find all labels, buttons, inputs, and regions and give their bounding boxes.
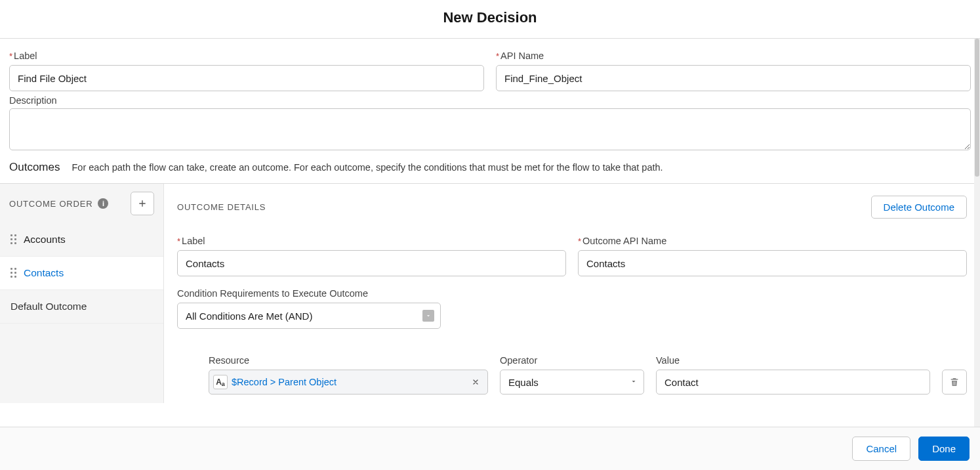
api-name-input[interactable] [496,65,971,91]
resource-label: Resource [209,355,488,366]
outcome-label-input[interactable] [177,250,566,276]
resource-input[interactable]: Aa $Record > Parent Object [209,370,488,395]
outcome-label-field-label: Label [177,236,566,246]
sidebar-item-label: Accounts [24,234,66,246]
add-outcome-button[interactable] [131,192,154,215]
outcome-details-heading: OUTCOME DETAILS [177,202,266,212]
delete-condition-button[interactable] [942,370,967,395]
info-icon[interactable]: i [98,198,108,209]
outcome-details-panel: OUTCOME DETAILS Delete Outcome Label Out… [164,184,980,403]
delete-outcome-button[interactable]: Delete Outcome [871,196,967,219]
resource-pill-text: $Record > Parent Object [232,377,337,387]
sidebar-item-label: Contacts [24,267,64,279]
modal-header: New Decision [0,0,980,39]
modal-body: Label API Name Description Outcomes For … [0,39,980,427]
plus-icon [137,198,148,209]
close-icon [472,378,480,386]
sidebar-item-default-outcome[interactable]: Default Outcome [0,290,163,324]
value-input[interactable]: Contact [656,370,930,395]
trash-icon [949,377,960,387]
condition-requirements-select[interactable]: All Conditions Are Met (AND) [177,303,441,329]
modal-footer: Cancel Done [0,427,980,470]
sidebar-item-label: Default Outcome [10,301,87,312]
cancel-button[interactable]: Cancel [852,437,910,461]
label-input[interactable] [9,65,484,91]
drag-handle-icon[interactable] [10,268,17,278]
label-field-label: Label [9,51,484,61]
remove-pill-button[interactable] [468,377,483,388]
drag-handle-icon[interactable] [10,234,17,245]
operator-select[interactable]: Equals [500,370,644,395]
outcome-sidebar: OUTCOME ORDER i Accounts Contacts Defaul… [0,184,164,403]
text-type-icon: Aa [213,375,228,389]
outcome-api-name-input[interactable] [578,250,967,276]
value-label: Value [656,355,930,366]
condition-requirements-label: Condition Requirements to Execute Outcom… [177,288,967,299]
description-field-label: Description [9,95,971,106]
sidebar-item-contacts[interactable]: Contacts [0,257,163,290]
operator-label: Operator [500,355,644,366]
outcome-api-name-field-label: Outcome API Name [578,236,967,246]
done-button[interactable]: Done [918,437,970,461]
api-name-field-label: API Name [496,51,971,61]
outcomes-heading: Outcomes [9,161,60,174]
value-text: Contact [664,377,699,388]
outcome-order-heading: OUTCOME ORDER [9,199,92,209]
sidebar-item-accounts[interactable]: Accounts [0,223,163,257]
description-textarea[interactable] [9,108,971,150]
modal-title: New Decision [0,9,980,26]
outcomes-hint: For each path the flow can take, create … [71,162,663,173]
